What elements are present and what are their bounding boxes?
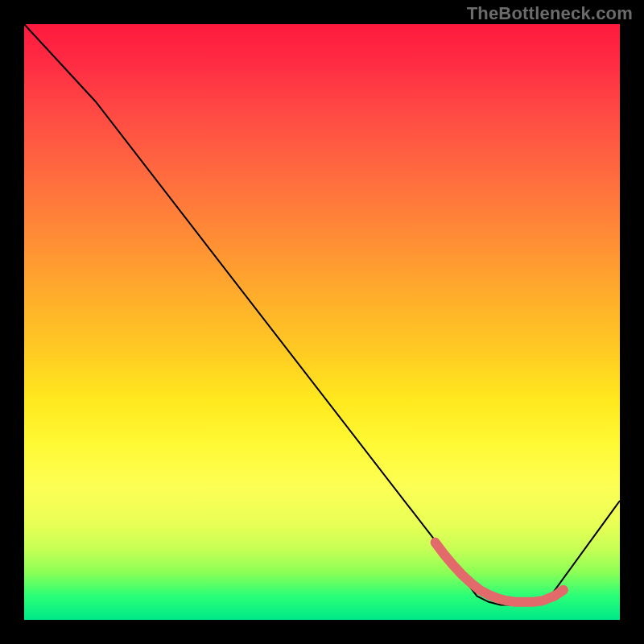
watermark-text: TheBottleneck.com <box>467 3 633 24</box>
curve-layer <box>24 24 620 620</box>
highlight-band-path <box>436 543 564 602</box>
marker-series <box>436 543 568 602</box>
highlight-dot <box>559 585 568 595</box>
plot-area <box>24 24 620 620</box>
line-series <box>24 24 620 605</box>
chart-frame: TheBottleneck.com <box>0 0 644 644</box>
highlight-dot <box>550 591 559 601</box>
curve-path <box>24 24 620 605</box>
